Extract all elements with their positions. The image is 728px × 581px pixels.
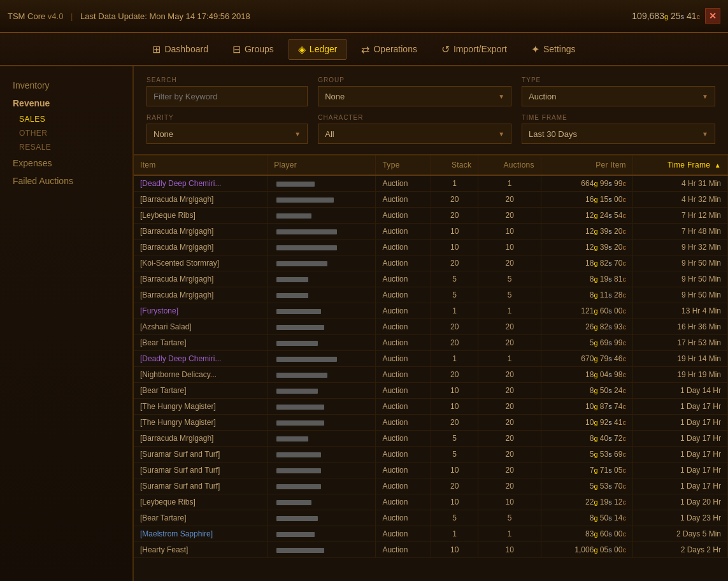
col-auctions[interactable]: Auctions [478,155,541,175]
player-bar [276,405,324,410]
cell-timeframe: 9 Hr 32 Min [632,240,727,255]
peritem-silver: 15 [600,195,608,204]
table-row[interactable]: [Nightborne Delicacy... Auction 20 20 18… [134,367,728,383]
peritem-silver: 92 [600,418,608,427]
cell-item: [Azshari Salad] [134,319,268,335]
cell-type: Auction [376,335,431,351]
nav-operations[interactable]: ⇄ Operations [352,39,426,60]
timeframe-select[interactable]: Last 30 Days ▼ [522,124,715,144]
cell-auctions: 20 [478,255,541,271]
table-row[interactable]: [Barracuda Mrglgagh] Auction 10 10 12g 3… [134,240,728,255]
nav-dashboard[interactable]: ⊞ Dashboard [143,39,218,60]
silver-suffix: s [608,275,612,283]
gold-amount: 109,683 [632,11,664,21]
character-select[interactable]: All ▼ [318,124,511,144]
table-row[interactable]: [Deadly Deep Chemiri... Auction 1 1 670g… [134,351,728,367]
cell-timeframe: 9 Hr 50 Min [632,255,727,271]
cell-type: Auction [376,208,431,224]
gold-suffix: g [594,323,597,331]
cell-stack: 1 [431,526,478,542]
sidebar-sub-resale[interactable]: RESALE [0,140,132,154]
player-bar [276,548,324,553]
table-row[interactable]: [Bear Tartare] Auction 5 5 8g 50s 14c 1 … [134,510,728,526]
col-player[interactable]: Player [268,155,376,175]
peritem-gold: 10 [585,418,594,427]
cell-type: Auction [376,175,431,192]
table-row[interactable]: [Leybeque Ribs] Auction 20 20 12g 24s 54… [134,208,728,224]
cell-item: [Barracuda Mrglgagh] [134,192,268,208]
peritem-copper: 00 [614,306,622,315]
table-row[interactable]: [Koi-Scented Stormray] Auction 20 20 18g… [134,255,728,271]
table-row[interactable]: [Hearty Feast] Auction 10 10 1,006g 05s … [134,542,728,558]
type-select[interactable]: Auction ▼ [522,86,715,106]
col-item[interactable]: Item [134,155,268,175]
table-row[interactable]: [Suramar Surf and Turf] Auction 10 20 7g… [134,463,728,478]
table-row[interactable]: [Suramar Surf and Turf] Auction 5 20 5g … [134,447,728,463]
table-row[interactable]: [Azshari Salad] Auction 20 20 26g 82s 93… [134,319,728,335]
gold-suffix: g [594,387,597,394]
table-row[interactable]: [The Hungry Magister] Auction 10 20 10g … [134,399,728,415]
title-bar: TSM Core v4.0 | Last Data Update: Mon Ma… [0,0,728,33]
nav-importexport[interactable]: ↺ Import/Export [432,39,517,60]
close-button[interactable]: ✕ [705,8,720,24]
cell-peritem: 8g 40s 72c [541,431,632,447]
table-row[interactable]: [Barracuda Mrglgagh] Auction 5 5 8g 19s … [134,271,728,287]
cell-timeframe: 1 Day 14 Hr [632,383,727,399]
table-row[interactable]: [Maelstrom Sapphire] Auction 1 1 83g 60s… [134,526,728,542]
groups-icon: ⊟ [232,43,241,55]
cell-player [268,208,376,224]
gold-suffix: g [594,546,597,554]
gold-icon: g [664,13,668,20]
table-row[interactable]: [Barracuda Mrglgagh] Auction 5 5 8g 11s … [134,287,728,303]
nav-groups[interactable]: ⊟ Groups [223,39,283,60]
peritem-copper: 12 [614,498,622,506]
peritem-gold: 18 [585,370,594,379]
group-select[interactable]: None ▼ [318,86,511,106]
gold-suffix: g [594,434,597,442]
col-stack[interactable]: Stack [431,155,478,175]
operations-icon: ⇄ [361,43,369,55]
item-name: [Hearty Feast] [140,545,188,554]
cell-type: Auction [376,287,431,303]
rarity-select[interactable]: None ▼ [146,124,308,144]
silver-suffix: s [608,419,612,426]
nav-settings[interactable]: ✦ Settings [522,39,585,60]
col-timeframe[interactable]: Time Frame ▲ [632,155,727,175]
cell-auctions: 10 [478,494,541,510]
table-row[interactable]: [Bear Tartare] Auction 20 20 5g 69s 99c … [134,335,728,351]
table-row[interactable]: [Barracuda Mrglgagh] Auction 10 10 12g 3… [134,224,728,240]
item-name: [Deadly Deep Chemiri... [140,179,221,188]
table-row[interactable]: [Barracuda Mrglgagh] Auction 20 20 16g 1… [134,192,728,208]
copper-suffix: c [622,419,626,426]
sidebar-item-failedauctions[interactable]: Failed Auctions [0,172,132,190]
group-dropdown-arrow: ▼ [498,93,504,100]
sidebar-item-revenue[interactable]: Revenue [0,94,132,112]
sidebar-sub-sales[interactable]: SALES [0,112,132,126]
table-row[interactable]: [Barracuda Mrglgagh] Auction 5 20 8g 40s… [134,431,728,447]
sidebar-sub-other[interactable]: OTHER [0,126,132,140]
type-dropdown-arrow: ▼ [702,93,708,100]
col-peritem[interactable]: Per Item [541,155,632,175]
table-row[interactable]: [Deadly Deep Chemiri... Auction 1 1 664g… [134,175,728,192]
search-input[interactable] [146,86,308,106]
table-row[interactable]: [Suramar Surf and Turf] Auction 20 20 5g… [134,478,728,494]
nav-ledger[interactable]: ◈ Ledger [289,39,347,60]
character-dropdown-arrow: ▼ [498,131,504,138]
player-bar [276,293,308,298]
cell-item: [Deadly Deep Chemiri... [134,175,268,192]
silver-suffix: s [608,387,612,394]
table-row[interactable]: [Bear Tartare] Auction 10 20 8g 50s 24c … [134,383,728,399]
sales-table: Item Player Type Stack Auctions Per Item… [134,155,728,558]
cell-peritem: 5g 53s 69c [541,447,632,463]
cell-item: [Suramar Surf and Turf] [134,478,268,494]
cell-peritem: 670g 79s 46c [541,351,632,367]
col-type[interactable]: Type [376,155,431,175]
sidebar-item-inventory[interactable]: Inventory [0,76,132,94]
table-row[interactable]: [Furystone] Auction 1 1 121g 60s 00c 13 … [134,303,728,319]
cell-peritem: 12g 39s 20c [541,240,632,255]
table-row[interactable]: [The Hungry Magister] Auction 20 20 10g … [134,415,728,431]
table-row[interactable]: [Leybeque Ribs] Auction 10 10 22g 19s 12… [134,494,728,510]
cell-stack: 5 [431,431,478,447]
cell-peritem: 5g 69s 99c [541,335,632,351]
sidebar-item-expenses[interactable]: Expenses [0,154,132,172]
